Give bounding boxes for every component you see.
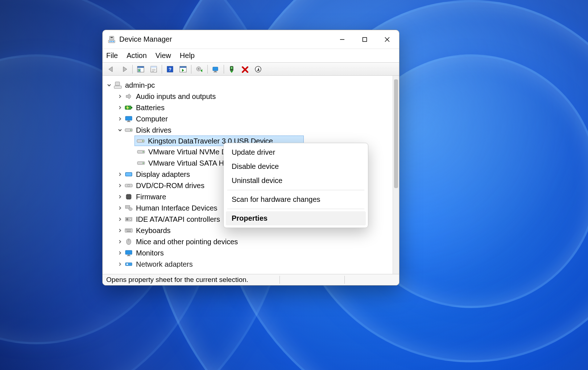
chevron-down-icon[interactable]: [116, 126, 124, 134]
chevron-right-icon[interactable]: [116, 204, 124, 212]
chevron-right-icon[interactable]: [116, 216, 124, 223]
svg-rect-79: [127, 255, 131, 256]
svg-point-42: [143, 151, 144, 152]
tree-category-monitors[interactable]: Monitors: [105, 247, 391, 258]
svg-rect-36: [127, 121, 131, 122]
context-menu-separator: [227, 190, 364, 190]
tree-label: admin-pc: [125, 82, 155, 89]
maximize-button[interactable]: [353, 32, 376, 47]
scrollbar[interactable]: [393, 76, 399, 274]
svg-rect-68: [125, 229, 132, 232]
mouse-icon: [124, 237, 133, 246]
svg-point-49: [128, 185, 129, 186]
tree-label: Display adapters: [136, 171, 190, 178]
svg-point-23: [198, 68, 199, 70]
ide-controller-icon: [124, 215, 133, 224]
chevron-right-icon[interactable]: [116, 182, 124, 189]
ctx-uninstall-device[interactable]: Uninstall device: [224, 174, 368, 188]
svg-rect-25: [214, 71, 216, 72]
svg-point-64: [129, 208, 132, 211]
ctx-scan-hardware[interactable]: Scan for hardware changes: [224, 192, 368, 207]
disk-drive-icon: [124, 126, 133, 134]
chevron-right-icon[interactable]: [116, 249, 124, 257]
menu-view[interactable]: View: [156, 51, 171, 60]
help-button[interactable]: ?: [164, 64, 176, 74]
svg-rect-72: [129, 229, 130, 230]
forward-button[interactable]: [119, 64, 130, 74]
tree-category-mice[interactable]: Mice and other pointing devices: [105, 236, 391, 247]
tree-category-disk-drives[interactable]: Disk drives: [105, 124, 391, 136]
scan-button[interactable]: [210, 64, 221, 74]
close-button[interactable]: [376, 32, 398, 47]
menu-action[interactable]: Action: [127, 51, 147, 60]
update-driver-button[interactable]: [194, 64, 205, 74]
svg-text:?: ?: [169, 67, 171, 72]
context-menu: Update driver Disable device Uninstall d…: [223, 143, 368, 228]
chevron-right-icon[interactable]: [116, 193, 124, 200]
svg-rect-5: [113, 41, 114, 42]
tree-label: Disk drives: [136, 126, 171, 134]
device-manager-icon: [108, 36, 116, 43]
tree-label: Audio inputs and outputs: [136, 93, 216, 100]
tree-category-network[interactable]: Network adapters: [105, 258, 391, 270]
scrollbar-thumb[interactable]: [394, 79, 398, 188]
monitor-icon: [124, 249, 133, 257]
svg-rect-50: [127, 195, 131, 199]
keyboard-icon: [124, 226, 133, 235]
chevron-down-icon[interactable]: [105, 82, 113, 89]
menu-help[interactable]: Help: [180, 51, 195, 60]
chevron-right-icon[interactable]: [116, 104, 124, 111]
svg-rect-1: [111, 37, 113, 38]
tree-category-computer[interactable]: Computer: [105, 113, 391, 124]
svg-rect-7: [363, 37, 367, 41]
tree-label: IDE ATA/ATAPI controllers: [136, 216, 220, 223]
dvd-drive-icon: [124, 181, 133, 190]
svg-rect-70: [127, 229, 128, 230]
disk-drive-icon: [136, 137, 145, 145]
tree-label: Firmware: [136, 193, 166, 200]
context-menu-separator: [227, 209, 364, 209]
statusbar-text: Opens property sheet for the current sel…: [105, 276, 278, 284]
tree-label: Keyboards: [136, 227, 171, 234]
statusbar: Opens property sheet for the current sel…: [103, 274, 399, 285]
svg-point-38: [131, 129, 132, 130]
desktop-wallpaper: Device Manager File Action View Help: [0, 0, 588, 370]
titlebar[interactable]: Device Manager: [103, 30, 399, 49]
ctx-properties[interactable]: Properties: [226, 211, 366, 225]
svg-rect-73: [130, 229, 131, 230]
menu-file[interactable]: File: [106, 51, 118, 60]
tree-category-batteries[interactable]: Batteries: [105, 102, 391, 113]
svg-rect-21: [180, 66, 186, 68]
minimize-button[interactable]: [331, 32, 353, 47]
toolbar: ?: [103, 63, 399, 76]
svg-rect-34: [125, 116, 132, 120]
svg-point-40: [142, 140, 144, 141]
tree-category-audio[interactable]: Audio inputs and outputs: [105, 91, 391, 102]
chevron-right-icon[interactable]: [116, 238, 124, 245]
svg-rect-26: [214, 72, 217, 72]
ctx-update-driver[interactable]: Update driver: [224, 145, 368, 159]
action-list-button[interactable]: [177, 64, 189, 74]
tree-root[interactable]: admin-pc: [105, 79, 391, 91]
chevron-right-icon[interactable]: [116, 171, 124, 178]
tree-label: VMware Virtual NVMe Disk: [148, 148, 236, 155]
back-button[interactable]: [105, 64, 117, 74]
properties-button[interactable]: [148, 64, 160, 74]
chevron-right-icon[interactable]: [116, 115, 124, 122]
chevron-right-icon[interactable]: [116, 261, 124, 268]
svg-rect-30: [115, 82, 120, 86]
chevron-right-icon[interactable]: [116, 227, 124, 234]
ctx-disable-device[interactable]: Disable device: [224, 159, 368, 174]
computer-icon: [113, 81, 122, 90]
uninstall-device-button[interactable]: [252, 64, 264, 74]
tree-label: Monitors: [136, 249, 164, 257]
enable-device-button[interactable]: [226, 64, 238, 74]
disk-drive-icon: [137, 147, 145, 156]
svg-rect-78: [128, 255, 130, 255]
chevron-right-icon[interactable]: [116, 93, 124, 100]
network-adapter-icon: [124, 260, 133, 269]
tree-label: Mice and other pointing devices: [136, 238, 238, 245]
disable-device-button[interactable]: [239, 64, 251, 74]
show-hide-tree-button[interactable]: [135, 64, 146, 74]
battery-icon: [124, 103, 133, 112]
